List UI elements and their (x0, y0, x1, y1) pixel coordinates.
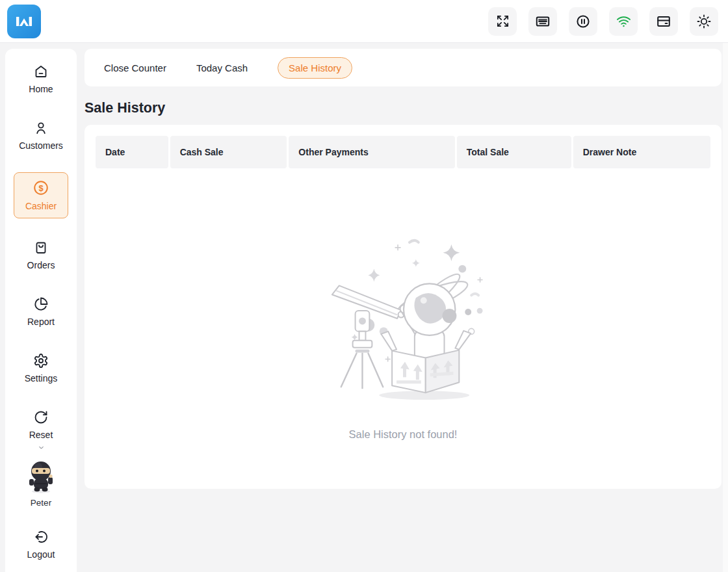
app-header (0, 0, 728, 43)
tabs-bar: Close CounterToday CashSale History (84, 49, 722, 86)
sidebar-item-label: Cashier (25, 201, 57, 211)
sidebar: HomeCustomers$CashierOrdersReportSetting… (5, 49, 77, 572)
sidebar-nav: HomeCustomers$CashierOrdersReportSetting… (5, 59, 77, 445)
sidebar-item-label: Report (27, 317, 55, 327)
chevron-down-icon (37, 443, 46, 452)
wifi-button[interactable] (609, 7, 638, 36)
reset-icon (33, 410, 49, 425)
customers-icon (33, 120, 49, 136)
svg-text:$: $ (38, 183, 44, 193)
user-section: Peter Logout (5, 460, 77, 572)
column-header-drawer-note: Drawer Note (573, 136, 710, 168)
logout-button[interactable]: Logout (14, 525, 68, 564)
empty-state: Sale History not found! (96, 233, 710, 441)
fullscreen-button[interactable] (488, 7, 517, 36)
column-header-date: Date (96, 136, 168, 168)
column-header-other-payments: Other Payments (289, 136, 454, 168)
sidebar-item-report[interactable]: Report (14, 292, 68, 332)
tab-today-cash[interactable]: Today Cash (196, 62, 248, 73)
keyboard-button[interactable] (528, 7, 557, 36)
pause-circle-icon (575, 14, 591, 29)
keyboard-icon (535, 14, 551, 29)
sidebar-item-label: Home (29, 84, 53, 94)
sidebar-item-home[interactable]: Home (14, 59, 68, 99)
fullscreen-icon (495, 14, 510, 29)
pause-button[interactable] (569, 7, 597, 36)
cash-drawer-icon (656, 14, 671, 29)
main-content: Close CounterToday CashSale History Sale… (84, 49, 722, 489)
column-header-total-sale: Total Sale (457, 136, 571, 168)
ninja-avatar[interactable] (24, 460, 58, 494)
sidebar-item-label: Reset (29, 430, 53, 440)
dollar-circle-icon: $ (32, 179, 49, 196)
column-header-cash-sale: Cash Sale (170, 136, 287, 168)
wifi-icon (616, 13, 632, 29)
sidebar-item-cashier[interactable]: $Cashier (14, 172, 68, 218)
sidebar-item-orders[interactable]: Orders (14, 235, 68, 275)
sale-history-panel: DateCash SaleOther PaymentsTotal SaleDra… (84, 125, 722, 489)
user-name: Peter (31, 498, 51, 508)
tab-sale-history[interactable]: Sale History (278, 57, 352, 79)
sidebar-item-label: Customers (19, 140, 63, 151)
tab-close-counter[interactable]: Close Counter (104, 62, 166, 73)
brand-w-icon (7, 5, 41, 38)
sidebar-item-settings[interactable]: Settings (14, 348, 68, 388)
table-header-row: DateCash SaleOther PaymentsTotal SaleDra… (96, 136, 710, 168)
astronaut-telescope-box-illustration (319, 233, 487, 406)
sun-icon (696, 14, 712, 29)
orders-bag-icon (33, 240, 49, 255)
home-icon (33, 64, 49, 79)
gear-icon (33, 353, 49, 369)
sidebar-item-label: Orders (27, 260, 55, 270)
sidebar-item-label: Settings (25, 373, 58, 384)
header-actions (488, 7, 718, 36)
pie-chart-icon (33, 296, 49, 312)
logout-label: Logout (27, 549, 55, 560)
sidebar-item-customers[interactable]: Customers (14, 116, 68, 155)
sidebar-item-reset[interactable]: Reset (14, 405, 68, 445)
theme-button[interactable] (690, 7, 718, 36)
logout-icon (33, 529, 49, 545)
app-root: HomeCustomers$CashierOrdersReportSetting… (0, 0, 728, 572)
logout-icon (33, 529, 49, 545)
app-body: HomeCustomers$CashierOrdersReportSetting… (0, 43, 728, 572)
page-title: Sale History (84, 100, 722, 116)
scrollbar[interactable] (723, 43, 728, 572)
cash-drawer-button[interactable] (649, 7, 678, 36)
empty-message: Sale History not found! (349, 428, 458, 441)
